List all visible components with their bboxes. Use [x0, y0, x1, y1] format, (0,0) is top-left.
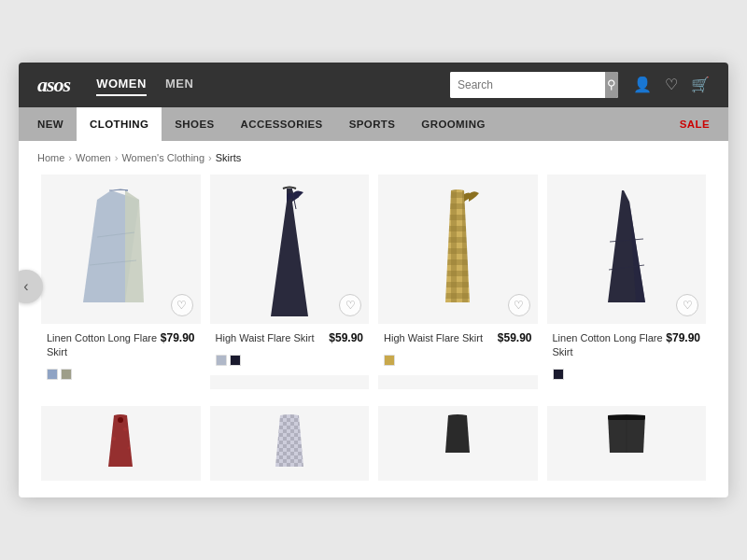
product-grid-row1: ‹ ♡ Linen Cotton Long Flare Skirt $79.90 [19, 171, 728, 403]
sub-nav-accessories[interactable]: ACCESSORIES [228, 107, 336, 141]
top-nav: asos WOMEN MEN ⚲ 👤 ♡ 🛒 [19, 63, 728, 107]
product-name-3: High Waist Flare Skirt [384, 331, 483, 345]
product-card-4[interactable]: ♡ Linen Cotton Long Flare Skirt $79.90 [547, 175, 707, 390]
wishlist-btn-3[interactable]: ♡ [508, 294, 530, 316]
swatch-2b[interactable] [230, 355, 241, 366]
skirt-svg-3 [406, 181, 509, 316]
color-swatches-1 [47, 369, 195, 380]
breadcrumb-sep-3: › [208, 152, 212, 163]
product-image-2: ♡ [210, 175, 370, 324]
product-top-row-4: Linen Cotton Long Flare Skirt $79.90 [553, 331, 701, 364]
product-image-4: ♡ [547, 175, 707, 324]
sub-nav-items: NEW CLOTHING SHOES ACCESSORIES SPORTS GR… [37, 107, 680, 141]
product-card-7[interactable] [378, 406, 538, 481]
search-input[interactable] [450, 72, 605, 98]
skirt-svg-2 [238, 181, 341, 316]
svg-point-10 [112, 437, 116, 441]
sub-nav-grooming[interactable]: GROOMING [408, 107, 498, 141]
product-info-1: Linen Cotton Long Flare Skirt $79.90 [41, 324, 201, 390]
product-price-3: $59.90 [498, 331, 532, 344]
svg-point-8 [118, 417, 123, 423]
color-swatches-2 [216, 355, 364, 366]
swatch-1b[interactable] [61, 369, 72, 380]
cart-icon[interactable]: 🛒 [691, 76, 710, 93]
sub-nav: NEW CLOTHING SHOES ACCESSORIES SPORTS GR… [19, 107, 728, 141]
product-card-3[interactable]: ♡ High Waist Flare Skirt $59.90 [378, 175, 538, 390]
breadcrumb-current: Skirts [216, 152, 242, 163]
main-nav: WOMEN MEN [96, 73, 450, 96]
product-price-4: $79.90 [666, 331, 700, 344]
skirt-svg-4 [575, 181, 678, 316]
product-grid-row2 [19, 402, 728, 497]
skirt-svg-1 [69, 181, 172, 316]
wishlist-icon[interactable]: ♡ [665, 76, 678, 93]
search-button[interactable]: ⚲ [605, 72, 618, 98]
main-nav-men[interactable]: MEN [165, 73, 193, 96]
product-top-row-1: Linen Cotton Long Flare Skirt $79.90 [47, 331, 195, 364]
sub-nav-clothing[interactable]: CLOTHING [77, 107, 162, 141]
color-swatches-3 [384, 355, 532, 366]
product-card-6[interactable] [210, 406, 370, 481]
site-logo[interactable]: asos [37, 73, 70, 97]
product-info-2: High Waist Flare Skirt $59.90 [210, 324, 370, 375]
product-card-5[interactable] [41, 406, 201, 481]
breadcrumb-women[interactable]: Women [76, 152, 111, 163]
search-bar: ⚲ [450, 72, 618, 98]
browser-window: asos WOMEN MEN ⚲ 👤 ♡ 🛒 NEW CLOTHING SHOE… [19, 63, 728, 498]
product-top-row-3: High Waist Flare Skirt $59.90 [384, 331, 532, 349]
product-card-1[interactable]: ♡ Linen Cotton Long Flare Skirt $79.90 [41, 175, 201, 390]
wishlist-btn-4[interactable]: ♡ [676, 294, 698, 316]
swatch-1a[interactable] [47, 369, 58, 380]
product-name-2: High Waist Flare Skirt [216, 331, 315, 345]
svg-rect-16 [608, 415, 645, 420]
scroll-left-button[interactable]: ‹ [19, 270, 43, 303]
breadcrumb: Home › Women › Women's Clothing › Skirts [19, 141, 728, 171]
svg-point-11 [128, 447, 131, 450]
swatch-2a[interactable] [216, 355, 227, 366]
skirt-svg-5 [88, 411, 153, 476]
account-icon[interactable]: 👤 [633, 76, 652, 93]
product-image-3: ♡ [378, 175, 538, 324]
product-card-2[interactable]: ♡ High Waist Flare Skirt $59.90 [210, 175, 370, 390]
wishlist-btn-1[interactable]: ♡ [171, 294, 193, 316]
product-name-1: Linen Cotton Long Flare Skirt [47, 331, 161, 360]
product-card-8[interactable] [547, 406, 707, 481]
swatch-4a[interactable] [553, 369, 564, 380]
nav-icons: 👤 ♡ 🛒 [633, 76, 710, 93]
product-top-row-2: High Waist Flare Skirt $59.90 [216, 331, 364, 349]
sub-nav-new[interactable]: NEW [37, 107, 77, 141]
breadcrumb-sep-2: › [115, 152, 119, 163]
product-price-2: $59.90 [329, 331, 363, 344]
sub-nav-shoes[interactable]: SHOES [162, 107, 227, 141]
skirt-svg-7 [425, 411, 490, 476]
svg-point-9 [123, 427, 127, 431]
swatch-3a[interactable] [384, 355, 395, 366]
sub-nav-sports[interactable]: SPORTS [336, 107, 409, 141]
product-image-1: ♡ [41, 175, 201, 324]
product-info-4: Linen Cotton Long Flare Skirt $79.90 [547, 324, 707, 390]
breadcrumb-home[interactable]: Home [37, 152, 64, 163]
breadcrumb-sep-1: › [68, 152, 72, 163]
skirt-svg-8 [589, 411, 664, 476]
search-icon: ⚲ [607, 77, 616, 91]
color-swatches-4 [553, 369, 701, 380]
wishlist-btn-2[interactable]: ♡ [339, 294, 361, 316]
sub-nav-sale[interactable]: SALE [680, 119, 710, 130]
product-price-1: $79.90 [161, 331, 195, 344]
product-name-4: Linen Cotton Long Flare Skirt [553, 331, 667, 360]
skirt-svg-6 [257, 411, 322, 476]
product-info-3: High Waist Flare Skirt $59.90 [378, 324, 538, 375]
main-nav-women[interactable]: WOMEN [96, 73, 147, 96]
breadcrumb-womens-clothing[interactable]: Women's Clothing [121, 152, 204, 163]
